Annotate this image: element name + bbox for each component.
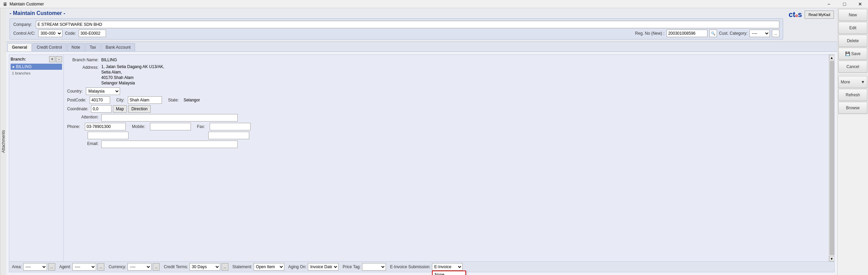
- area-more-button[interactable]: ...: [48, 263, 55, 271]
- statement-label: Statement:: [233, 264, 252, 269]
- right-toolbar: New Edit Delete 💾 🖫 Save Save Cancel Mor…: [837, 8, 868, 275]
- title-bar-text: Maintain Customer: [10, 2, 44, 6]
- mobile-input[interactable]: [150, 123, 191, 130]
- attention-input[interactable]: [101, 114, 238, 122]
- page-title: - Maintain Customer -: [10, 10, 783, 16]
- agent-label: Agent:: [59, 264, 71, 269]
- tab-bank-account[interactable]: Bank Account: [101, 43, 135, 51]
- einvoice-select[interactable]: E-Invoice None Consolidate: [432, 263, 463, 271]
- title-bar: 🖥 Maintain Customer − □ ✕: [0, 0, 868, 8]
- logo-area: ctos Read MyKad: [789, 10, 834, 19]
- agent-select[interactable]: ----: [72, 263, 96, 271]
- postcode-label: PostCode:: [67, 98, 86, 102]
- scroll-down-arrow[interactable]: ▼: [829, 256, 835, 261]
- fax2-input[interactable]: [208, 132, 249, 139]
- currency-group: Currency: ---- ...: [108, 263, 160, 271]
- branch-name-value: BILLING: [101, 57, 825, 63]
- attention-row: Attention:: [67, 114, 825, 122]
- address-label: Address:: [67, 64, 101, 70]
- branch-name-label: Branch Name:: [67, 57, 101, 62]
- close-button[interactable]: ✕: [852, 0, 868, 8]
- new-button[interactable]: New: [838, 9, 867, 21]
- ctos-logo: ctos: [789, 10, 802, 19]
- save-icon: 💾: [845, 51, 850, 56]
- phone-label: Phone:: [67, 124, 80, 129]
- city-input[interactable]: [128, 96, 162, 104]
- reg-no-label: Reg. No (New) :: [635, 31, 664, 36]
- branch-section: Branch: + - BILLING 1 branches: [9, 55, 834, 261]
- code-input[interactable]: [79, 30, 106, 37]
- bottom-bar: Area: ---- ... Agent: ---- ...: [9, 261, 834, 272]
- price-tag-group: Price Tag:: [343, 263, 386, 271]
- postcode-input[interactable]: [90, 96, 110, 104]
- country-select[interactable]: Malaysia: [86, 87, 120, 95]
- email-input[interactable]: [101, 141, 238, 148]
- fax-input[interactable]: [210, 123, 251, 130]
- branch-remove-button[interactable]: -: [56, 56, 62, 62]
- coordinate-row: Coordinate: Map Direction: [67, 105, 825, 113]
- tab-general[interactable]: General: [8, 43, 32, 51]
- einvoice-option-none[interactable]: None: [433, 271, 465, 275]
- cancel-button[interactable]: Cancel: [838, 61, 867, 73]
- direction-button[interactable]: Direction: [128, 105, 150, 113]
- credit-terms-more-button[interactable]: ...: [222, 263, 228, 271]
- company-input[interactable]: [36, 21, 779, 28]
- tab-note[interactable]: Note: [67, 43, 85, 51]
- branch-label: Branch:: [11, 57, 26, 62]
- phone-input[interactable]: [85, 123, 126, 130]
- coordinate-input[interactable]: [91, 105, 111, 113]
- header-section: - Maintain Customer - Company: Control A…: [6, 8, 837, 42]
- header-row2: Control A/C: 300-000 Code: Reg. No (New)…: [13, 30, 779, 37]
- reg-no-input[interactable]: [667, 30, 707, 37]
- attachments-panel[interactable]: Attachments: [0, 8, 6, 275]
- branch-add-button[interactable]: +: [49, 56, 55, 62]
- area-label: Area:: [12, 264, 22, 269]
- agent-group: Agent: ---- ...: [59, 263, 105, 271]
- scroll-up-arrow[interactable]: ▲: [829, 55, 835, 60]
- currency-select[interactable]: ----: [128, 263, 151, 271]
- browse-button[interactable]: Browse: [838, 102, 867, 114]
- phone2-input[interactable]: [88, 132, 129, 139]
- price-tag-select[interactable]: [362, 263, 386, 271]
- edit-button[interactable]: Edit: [838, 22, 867, 34]
- save-button[interactable]: 💾 🖫 Save Save: [838, 48, 867, 60]
- price-tag-label: Price Tag:: [343, 264, 361, 269]
- tab-tax[interactable]: Tax: [85, 43, 101, 51]
- delete-button[interactable]: Delete: [838, 35, 867, 47]
- map-button[interactable]: Map: [113, 105, 127, 113]
- cust-category-select[interactable]: ----: [749, 30, 770, 37]
- tab-credit-control[interactable]: Credit Control: [32, 43, 66, 51]
- city-label: City:: [116, 98, 124, 102]
- statement-select[interactable]: Open Item: [254, 263, 284, 271]
- code-label: Code:: [65, 31, 76, 36]
- scroll-thumb[interactable]: [829, 61, 834, 255]
- refresh-button[interactable]: Refresh: [838, 89, 867, 101]
- currency-more-button[interactable]: ...: [153, 263, 160, 271]
- minimize-button[interactable]: −: [821, 0, 837, 8]
- mobile-label: Mobile:: [132, 124, 145, 129]
- state-value: Selangor: [183, 98, 200, 102]
- control-ac-select[interactable]: 300-000: [38, 30, 62, 37]
- credit-terms-select[interactable]: 30 Days: [190, 263, 220, 271]
- detail-panel: Branch Name: BILLING Address: 1, Jalan S…: [64, 55, 829, 261]
- more-label: More: [841, 80, 850, 84]
- cust-category-more-button[interactable]: ...: [772, 30, 779, 37]
- more-button[interactable]: More ▼: [838, 76, 867, 88]
- app-icon: 🖥: [3, 1, 8, 7]
- agent-more-button[interactable]: ...: [98, 263, 104, 271]
- control-ac-label: Control A/C:: [13, 31, 35, 36]
- aging-on-select[interactable]: Invoice Date: [308, 263, 339, 271]
- main-container: Attachments - Maintain Customer - Compan…: [0, 8, 868, 275]
- area-select[interactable]: ----: [23, 263, 47, 271]
- reg-search-button[interactable]: 🔍: [709, 30, 717, 37]
- country-row: Country: Malaysia: [67, 87, 825, 95]
- more-arrow-icon: ▼: [861, 80, 865, 84]
- branch-name-row: Branch Name: BILLING: [67, 57, 825, 63]
- address-line-1: 1, Jalan Setia Dagang AK U13/AK,: [101, 64, 825, 69]
- attachments-label: Attachments: [1, 130, 6, 153]
- maximize-button[interactable]: □: [837, 0, 852, 8]
- branch-item-billing[interactable]: BILLING: [11, 64, 62, 70]
- branch-count: 1 branches: [11, 70, 62, 77]
- address-line-3: 40170 Shah Alam: [101, 75, 825, 80]
- read-mykad-button[interactable]: Read MyKad: [805, 11, 834, 19]
